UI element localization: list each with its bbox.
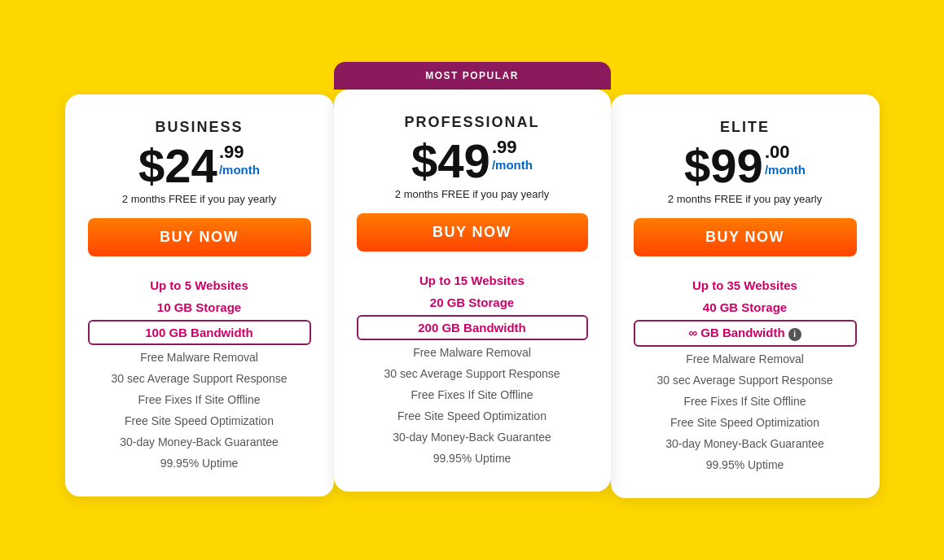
feature-item-elite-7: 30-day Money-Back Guarantee <box>634 433 857 454</box>
feature-item-business-3: Free Malware Removal <box>88 347 311 368</box>
price-row-business: $24 .99 /month <box>88 142 311 190</box>
price-dollar-business: $24 <box>138 142 217 190</box>
feature-item-professional-7: 30-day Money-Back Guarantee <box>357 427 588 448</box>
price-cents-professional: .99 <box>492 138 517 157</box>
feature-item-elite-0: Up to 35 Websites <box>634 274 857 296</box>
feature-item-professional-6: Free Site Speed Optimization <box>357 405 588 427</box>
feature-item-business-6: Free Site Speed Optimization <box>88 410 311 431</box>
feature-item-professional-4: 30 sec Average Support Response <box>357 363 588 384</box>
most-popular-badge: MOST POPULAR <box>334 62 611 90</box>
price-period-business: /month <box>219 163 260 177</box>
price-row-elite: $99 .00 /month <box>634 142 857 190</box>
price-cents-month-business: .99 /month <box>219 142 260 183</box>
feature-item-professional-5: Free Fixes If Site Offline <box>357 384 588 405</box>
yearly-note-professional: 2 months FREE if you pay yearly <box>357 188 588 200</box>
feature-item-elite-2: ∞ GB Bandwidthi <box>634 320 857 346</box>
feature-item-elite-3: Free Malware Removal <box>634 348 857 370</box>
price-period-professional: /month <box>492 158 533 173</box>
price-dollar-professional: $49 <box>411 138 490 185</box>
feature-item-business-5: Free Fixes If Site Offline <box>88 389 311 410</box>
feature-item-professional-3: Free Malware Removal <box>357 342 588 363</box>
plan-name-elite: ELITE <box>634 119 857 136</box>
price-row-professional: $49 .99 /month <box>357 138 588 185</box>
feature-item-business-7: 30-day Money-Back Guarantee <box>88 431 311 453</box>
features-list-elite: Up to 35 Websites 40 GB Storage ∞ GB Ban… <box>634 274 857 475</box>
feature-item-business-4: 30 sec Average Support Response <box>88 368 311 389</box>
plan-card-elite: ELITE $99 .00 /month 2 months FREE if yo… <box>611 94 880 497</box>
yearly-note-business: 2 months FREE if you pay yearly <box>88 193 311 205</box>
feature-item-elite-8: 99.95% Uptime <box>634 454 857 475</box>
price-cents-elite: .00 <box>765 142 790 162</box>
price-cents-business: .99 <box>219 142 244 162</box>
plan-name-professional: PROFESSIONAL <box>357 114 588 131</box>
feature-item-business-0: Up to 5 Websites <box>88 274 311 296</box>
feature-item-professional-0: Up to 15 Websites <box>357 269 588 291</box>
info-icon-elite[interactable]: i <box>788 328 801 341</box>
feature-item-professional-2: 200 GB Bandwidth <box>357 315 588 340</box>
feature-item-business-1: 10 GB Storage <box>88 296 311 318</box>
buy-now-button-professional[interactable]: BUY NOW <box>357 213 588 252</box>
buy-now-button-elite[interactable]: BUY NOW <box>634 218 857 256</box>
price-cents-month-elite: .00 /month <box>765 142 806 183</box>
plan-name-business: BUSINESS <box>88 119 311 136</box>
price-dollar-elite: $99 <box>684 142 763 190</box>
price-cents-month-professional: .99 /month <box>492 138 533 178</box>
plan-card-business: BUSINESS $24 .99 /month 2 months FREE if… <box>65 94 334 497</box>
features-list-professional: Up to 15 Websites 20 GB Storage 200 GB B… <box>357 269 588 469</box>
pricing-container: BUSINESS $24 .99 /month 2 months FREE if… <box>24 62 920 497</box>
feature-item-professional-8: 99.95% Uptime <box>357 448 588 469</box>
feature-item-elite-5: Free Fixes If Site Offline <box>634 391 857 412</box>
feature-item-elite-1: 40 GB Storage <box>634 296 857 318</box>
feature-item-professional-1: 20 GB Storage <box>357 291 588 313</box>
feature-item-elite-6: Free Site Speed Optimization <box>634 412 857 433</box>
features-list-business: Up to 5 Websites 10 GB Storage 100 GB Ba… <box>88 274 311 474</box>
feature-item-elite-4: 30 sec Average Support Response <box>634 370 857 391</box>
yearly-note-elite: 2 months FREE if you pay yearly <box>634 193 857 205</box>
plan-card-professional: PROFESSIONAL $49 .99 /month 2 months FRE… <box>334 90 611 492</box>
popular-wrapper: MOST POPULAR PROFESSIONAL $49 .99 /month… <box>334 62 611 492</box>
feature-item-business-8: 99.95% Uptime <box>88 453 311 474</box>
feature-item-business-2: 100 GB Bandwidth <box>88 320 311 345</box>
price-period-elite: /month <box>765 163 806 177</box>
buy-now-button-business[interactable]: BUY NOW <box>88 218 311 256</box>
